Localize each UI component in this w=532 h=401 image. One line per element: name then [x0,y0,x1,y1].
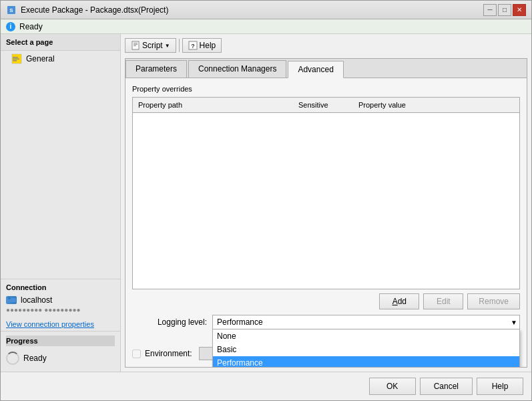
logging-dropdown-open[interactable]: None Basic Performance Verbose [212,329,520,367]
table-body [133,113,519,289]
view-connection-link[interactable]: View connection properties [1,317,120,331]
main-window: S Execute Package - Package.dtsx(Project… [0,0,532,401]
connection-string: ●●●●●●●●● ●●●●●●●●● [6,306,115,313]
tab-advanced[interactable]: Advanced [288,61,343,78]
script-label: Script [142,41,163,50]
select-page-header: Select a page [1,34,120,51]
svg-rect-9 [134,43,138,43]
logging-level-label: Logging level: [132,317,212,327]
logging-level-row: Logging level: Performance ▼ None [132,315,520,329]
progress-spinner [6,352,19,365]
svg-text:?: ? [191,43,195,49]
dropdown-item-basic[interactable]: Basic [213,343,519,356]
help-button[interactable]: ? Help [182,38,222,53]
tab-parameters[interactable]: Parameters [125,60,187,78]
status-icon: i [6,22,15,31]
svg-rect-10 [134,44,138,45]
progress-section: Progress Ready [1,331,120,372]
header-property-path: Property path [136,100,296,110]
tabs-row: Parameters Connection Managers Advanced [125,59,527,78]
edit-label: Edit [437,297,451,306]
ok-button[interactable]: OK [369,378,416,395]
environment-checkbox[interactable] [132,350,141,358]
script-dropdown-icon: ▼ [165,43,170,49]
dropdown-item-none[interactable]: None [213,329,519,343]
add-label: dd [398,297,407,306]
window-title: Execute Package - Package.dtsx(Project) [21,5,168,15]
connection-header: Connection [6,283,115,291]
logging-level-select[interactable]: Performance [212,315,520,329]
tab-content-advanced: Property overrides Property path Sensiti… [125,78,527,367]
svg-rect-5 [13,60,17,61]
add-button[interactable]: Add [379,293,419,309]
connection-section: Connection localhost ●●●●●●●●● ●●●●●●●●● [1,279,120,317]
connection-item: localhost [6,294,115,306]
tabs-container: Parameters Connection Managers Advanced … [125,58,527,368]
help-button-bottom[interactable]: Help [477,378,523,395]
status-text: Ready [19,22,43,31]
cancel-button[interactable]: Cancel [420,378,473,395]
table-header: Property path Sensitive Property value [133,98,519,113]
title-bar-left: S Execute Package - Package.dtsx(Project… [6,5,168,15]
svg-rect-4 [13,59,19,60]
progress-item: Ready [6,349,115,368]
main-content: Select a page General Connection [1,34,531,372]
title-bar: S Execute Package - Package.dtsx(Project… [1,1,531,19]
svg-rect-7 [8,297,11,299]
right-panel: Script ▼ ? Help Parameters [121,34,531,372]
svg-rect-3 [13,57,18,58]
property-overrides-label: Property overrides [132,85,520,93]
connection-server: localhost [21,295,52,305]
dropdown-item-performance[interactable]: Performance [213,356,519,367]
close-button[interactable]: ✕ [513,4,526,16]
remove-label: Remove [479,297,509,306]
logging-dropdown-container: Performance ▼ None Basic [212,315,520,329]
minimize-button[interactable]: ─ [483,4,497,16]
bottom-buttons: OK Cancel Help [1,372,531,400]
environment-label: Environment: [145,349,195,358]
sidebar-item-general-label: General [26,54,55,63]
sidebar-spacer [1,67,120,279]
header-property-value: Property value [356,100,517,110]
help-label: Help [200,41,216,50]
svg-rect-11 [134,45,136,46]
general-icon [11,53,22,64]
remove-button[interactable]: Remove [467,293,520,309]
header-sensitive: Sensitive [296,100,356,110]
property-overrides-table: Property path Sensitive Property value [132,97,520,289]
toolbar: Script ▼ ? Help [125,38,527,53]
edit-button[interactable]: Edit [423,293,463,309]
help-icon: ? [188,41,198,50]
progress-header: Progress [6,336,115,346]
maximize-button[interactable]: □ [498,4,511,16]
progress-status: Ready [23,354,47,363]
script-icon [131,41,140,50]
sidebar: Select a page General Connection [1,34,121,372]
script-button[interactable]: Script ▼ [125,38,176,53]
action-buttons: Add Edit Remove [132,293,520,309]
sidebar-item-general[interactable]: General [1,51,120,67]
window-controls: ─ □ ✕ [483,4,526,16]
tab-connection-managers[interactable]: Connection Managers [188,60,286,78]
svg-text:S: S [9,7,13,13]
connection-icon [6,296,17,304]
app-icon: S [6,5,17,15]
toolbar-separator [179,39,180,52]
status-bar: i Ready [1,19,531,34]
